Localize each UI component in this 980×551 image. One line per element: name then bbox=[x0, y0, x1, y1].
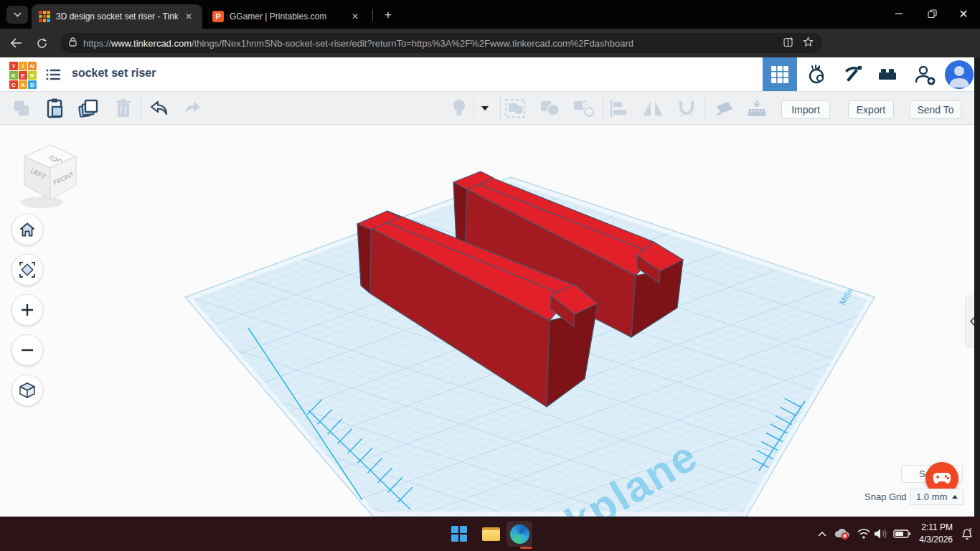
tab-divider bbox=[372, 9, 373, 21]
ruler-tool-button[interactable] bbox=[745, 98, 769, 119]
chevron-up-icon bbox=[818, 532, 826, 537]
browser-tab-bar: 3D design socket set riser - Tinkerc ✕ P… bbox=[0, 0, 980, 29]
ungroup-button[interactable] bbox=[537, 98, 562, 119]
active-app-indicator bbox=[520, 547, 532, 549]
copy-icon bbox=[12, 99, 31, 118]
tab-close-icon[interactable]: ✕ bbox=[182, 10, 195, 23]
bell-dnd-icon: z bbox=[960, 527, 974, 541]
gamepad-icon bbox=[933, 472, 951, 485]
view-3d-button[interactable] bbox=[763, 57, 797, 91]
url-field[interactable]: https://www.tinkercad.com/things/fNex1hn… bbox=[60, 33, 822, 53]
design-title[interactable]: socket set riser bbox=[72, 67, 156, 80]
pickaxe-icon bbox=[842, 64, 864, 85]
snap-grid-dropdown[interactable]: 1.0 mm bbox=[910, 489, 964, 505]
workplane-tool-button[interactable] bbox=[710, 98, 735, 119]
copy-button[interactable] bbox=[9, 98, 34, 119]
logo-tile: K bbox=[9, 71, 18, 80]
date-label: 4/3/2026 bbox=[913, 534, 953, 546]
add-person-icon bbox=[914, 64, 937, 85]
list-menu-icon bbox=[46, 67, 62, 82]
lego-brick-icon bbox=[877, 64, 898, 85]
clock[interactable]: 2:11 PM 4/3/2026 bbox=[913, 522, 953, 546]
battery-button[interactable] bbox=[891, 522, 913, 545]
file-explorer-button[interactable] bbox=[478, 521, 504, 547]
logo-tile: N bbox=[28, 62, 37, 70]
printables-favicon: P bbox=[212, 11, 224, 22]
paste-button[interactable] bbox=[43, 98, 67, 119]
windows-taskbar: 2:11 PM 4/3/2026 z bbox=[0, 517, 980, 551]
ruler-icon bbox=[746, 99, 768, 118]
show-hide-button[interactable] bbox=[447, 98, 471, 119]
volume-button[interactable] bbox=[871, 522, 890, 545]
zoom-out-button[interactable] bbox=[11, 334, 43, 366]
chevron-down-icon bbox=[14, 12, 22, 17]
import-button[interactable]: Import bbox=[781, 100, 830, 119]
speaker-icon bbox=[874, 528, 887, 540]
back-arrow-icon bbox=[10, 38, 22, 48]
zoom-in-button[interactable] bbox=[11, 294, 43, 326]
mirror-icon bbox=[642, 100, 664, 117]
toolbar-divider bbox=[603, 96, 603, 121]
fit-view-icon bbox=[19, 261, 36, 278]
trash-icon bbox=[115, 98, 132, 118]
new-tab-button[interactable]: + bbox=[379, 7, 397, 23]
window-minimize-button[interactable] bbox=[882, 0, 915, 27]
edge-browser-button[interactable] bbox=[507, 521, 532, 547]
edge-logo-icon bbox=[510, 524, 529, 544]
window-restore-button[interactable] bbox=[915, 0, 948, 27]
tab-title: 3D design socket set riser - Tinkerc bbox=[56, 11, 178, 22]
lightbulb-icon bbox=[452, 98, 466, 118]
notification-center-button[interactable]: z bbox=[957, 522, 977, 545]
design-viewport[interactable]: Workplane Millimeters bbox=[0, 125, 980, 517]
caret-up-icon bbox=[952, 495, 958, 499]
back-button[interactable] bbox=[6, 34, 25, 52]
account-avatar[interactable] bbox=[945, 60, 974, 89]
logo-tile: I bbox=[19, 62, 27, 70]
plus-icon bbox=[21, 303, 34, 316]
blocks-button[interactable] bbox=[836, 57, 870, 91]
split-screen-icon[interactable] bbox=[783, 37, 794, 50]
tray-show-hidden-button[interactable] bbox=[814, 522, 831, 545]
restore-icon bbox=[928, 9, 937, 19]
show-hide-dropdown[interactable] bbox=[476, 98, 494, 119]
paste-icon bbox=[45, 98, 65, 119]
group-button[interactable] bbox=[503, 98, 527, 119]
ungroup-all-button[interactable] bbox=[572, 98, 596, 119]
export-button[interactable]: Export bbox=[848, 100, 894, 119]
tinkercad-favicon bbox=[39, 11, 50, 22]
tab-printables[interactable]: P GGamer | Printables.com ✕ bbox=[205, 4, 369, 29]
snap-button[interactable] bbox=[674, 98, 699, 119]
window-close-button[interactable]: ✕ bbox=[947, 0, 980, 27]
home-icon bbox=[19, 222, 35, 237]
fit-view-button[interactable] bbox=[11, 254, 43, 286]
refresh-button[interactable] bbox=[32, 34, 51, 52]
redo-icon bbox=[183, 100, 203, 116]
tab-search-button[interactable] bbox=[6, 6, 28, 24]
wifi-button[interactable] bbox=[855, 522, 872, 545]
toolbar-divider bbox=[500, 96, 501, 121]
duplicate-button[interactable] bbox=[77, 98, 101, 119]
snap-grid-value: 1.0 mm bbox=[916, 491, 947, 502]
logo-tile: D bbox=[28, 80, 37, 89]
delete-button[interactable] bbox=[111, 98, 136, 119]
view-cube[interactable]: TOP LEFT FRONT bbox=[14, 141, 86, 215]
onedrive-status-button[interactable] bbox=[832, 522, 852, 545]
redo-button[interactable] bbox=[181, 98, 205, 119]
undo-button[interactable] bbox=[146, 98, 171, 119]
ungroup-all-icon bbox=[573, 98, 595, 118]
mirror-button[interactable] bbox=[641, 98, 665, 119]
tab-tinkercad[interactable]: 3D design socket set riser - Tinkerc ✕ bbox=[32, 4, 202, 29]
start-button[interactable] bbox=[446, 521, 472, 547]
perspective-toggle-button[interactable] bbox=[11, 375, 43, 406]
sim-lab-button[interactable] bbox=[800, 57, 834, 91]
send-to-button[interactable]: Send To bbox=[910, 100, 961, 119]
home-view-button[interactable] bbox=[11, 214, 43, 245]
bricks-button[interactable] bbox=[870, 57, 905, 91]
align-button[interactable] bbox=[606, 98, 631, 119]
collaborate-button[interactable] bbox=[908, 57, 943, 91]
favorite-star-icon[interactable] bbox=[803, 37, 814, 50]
sim-lab-apple-icon bbox=[806, 64, 828, 85]
tab-close-icon[interactable]: ✕ bbox=[349, 10, 362, 23]
tinkercad-logo[interactable]: T I N K E R C A D bbox=[9, 62, 37, 89]
design-menu-button[interactable] bbox=[46, 67, 62, 82]
